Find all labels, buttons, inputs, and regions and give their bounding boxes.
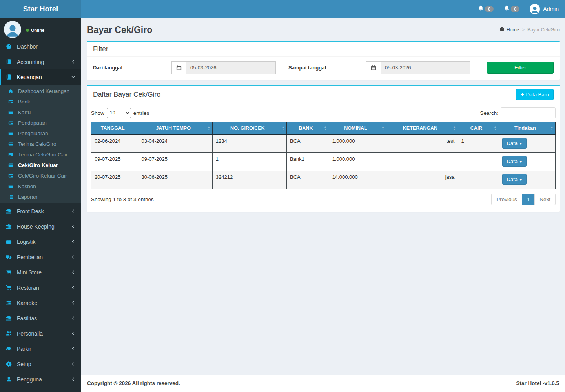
table-box-title: Daftar Bayar Cek/Giro xyxy=(93,91,160,99)
content-wrapper: Bayar Cek/Giro Home > Bayar Cek/Giro Fil… xyxy=(81,18,565,392)
copyright-text: Copyright © 2026 All rights reserved. xyxy=(87,380,180,387)
column-header-cair[interactable]: CAIR▲▼ xyxy=(458,122,499,135)
sidebar-item-label: Keuangan xyxy=(17,74,42,80)
sidebar-item-logistik[interactable]: Logistik xyxy=(0,234,81,249)
column-header-jatuh-tempo[interactable]: JATUH TEMPO▲▼ xyxy=(138,122,212,135)
users-icon xyxy=(6,330,14,336)
home-icon xyxy=(8,89,16,94)
sort-icon: ▲▼ xyxy=(550,126,553,131)
sidebar-item-karaoke[interactable]: Karaoke xyxy=(0,295,81,310)
column-header-nominal[interactable]: NOMINAL▲▼ xyxy=(329,122,386,135)
sidebar-subitem-cek-giro-keluar[interactable]: Cek/Giro Keluar xyxy=(0,160,81,171)
plus-icon: + xyxy=(521,91,524,98)
navbar-right: 0 0 Admin xyxy=(478,4,565,14)
navbar-main: 0 0 Admin xyxy=(81,0,565,18)
sidebar-submenu-keuangan: Dashboard KeuanganBankKartuPendapatanPen… xyxy=(0,85,81,203)
book-icon xyxy=(6,59,14,65)
sidebar-item-label: Mini Store xyxy=(17,269,42,276)
chevron-left-icon xyxy=(71,60,75,64)
sidebar-item-pengguna[interactable]: Pengguna xyxy=(0,372,81,387)
cart-icon xyxy=(6,285,14,290)
breadcrumb: Home > Bayar Cek/Giro xyxy=(499,27,560,33)
sidebar-item-parkir[interactable]: Parkir xyxy=(0,341,81,356)
row-action-button[interactable]: Data ▾ xyxy=(502,174,527,185)
sidebar-subitem-cek-giro-keluar-cair[interactable]: Cek/Giro Keluar Cair xyxy=(0,171,81,181)
book-icon xyxy=(6,74,14,80)
user-name: Admin xyxy=(543,6,559,12)
sidebar-subitem-kasbon[interactable]: Kasbon xyxy=(0,181,81,192)
sidebar-subitem-label: Cek/Giro Keluar xyxy=(18,162,58,168)
list-icon xyxy=(8,194,16,200)
chevron-left-icon xyxy=(71,316,75,320)
table-controls: Show 10 entries Search: xyxy=(87,103,560,122)
sidebar-subitem-label: Dashboard Keuangan xyxy=(18,88,69,94)
sidebar-subitem-terima-cek-giro-cair[interactable]: Terima Cek/Giro Cair xyxy=(0,149,81,160)
user-menu[interactable]: Admin xyxy=(530,4,559,14)
pagination-next[interactable]: Next xyxy=(534,194,556,205)
notifications-bell-1[interactable]: 0 xyxy=(478,5,494,13)
brand-title: Star Hotel xyxy=(23,5,58,13)
cell-jatuh-tempo: 09-07-2025 xyxy=(138,152,212,171)
column-header-bank[interactable]: BANK▲▼ xyxy=(287,122,329,135)
column-header-tanggal: TANGGAL xyxy=(91,122,138,135)
sidebar-item-label: Logistik xyxy=(17,239,35,245)
sidebar-item-accounting[interactable]: Accounting xyxy=(0,54,81,69)
column-header-keterangan[interactable]: KETERANGAN▲▼ xyxy=(386,122,458,135)
notifications-bell-2[interactable]: 0 xyxy=(504,5,519,13)
row-action-button[interactable]: Data ▾ xyxy=(502,138,527,149)
cell-bank: Bank1 xyxy=(287,152,329,171)
sidebar-subitem-kartu[interactable]: Kartu xyxy=(0,107,81,118)
sidebar-toggle[interactable] xyxy=(81,0,100,18)
column-header-tindakan[interactable]: Tindakan▲▼ xyxy=(499,122,555,135)
sidebar-item-house-keeping[interactable]: House Keeping xyxy=(0,219,81,234)
sidebar-item-pembelian[interactable]: Pembelian xyxy=(0,249,81,265)
cell-no-giro-cek: 1234 xyxy=(212,134,286,152)
sort-icon: ▲▼ xyxy=(208,126,210,131)
sidebar-item-dashbor[interactable]: Dashbor xyxy=(0,39,81,54)
filter-button[interactable]: Filter xyxy=(487,62,554,74)
add-data-button[interactable]: + Data Baru xyxy=(516,89,554,100)
cell-cair xyxy=(458,171,499,189)
sidebar-item-restoran[interactable]: Restoran xyxy=(0,280,81,295)
cell-nominal: 1.000.000 xyxy=(329,152,386,171)
sidebar-subitem-laporan[interactable]: Laporan xyxy=(0,192,81,202)
sidebar: Online DashborAccountingKeuanganDashboar… xyxy=(0,18,81,392)
pagination-page-1[interactable]: 1 xyxy=(522,194,535,205)
sidebar-item-label: House Keeping xyxy=(17,223,55,230)
column-header-no-giro-cek[interactable]: NO. GIRO/CEK▲▼ xyxy=(212,122,286,135)
sidebar-item-fasilitas[interactable]: Fasilitas xyxy=(0,310,81,326)
cell-cair: 1 xyxy=(458,134,499,152)
page-title: Bayar Cek/Giro xyxy=(87,25,152,35)
sidebar-item-mini-store[interactable]: Mini Store xyxy=(0,265,81,280)
filter-box: Filter Dari tanggal Sampai tanggal xyxy=(87,41,560,80)
sidebar-subitem-pengeluaran[interactable]: Pengeluaran xyxy=(0,128,81,139)
to-date-input[interactable] xyxy=(381,61,470,74)
entries-select[interactable]: 10 xyxy=(107,108,131,118)
from-date-input[interactable] xyxy=(186,61,276,74)
cell-nominal: 1.000.000 xyxy=(329,134,386,152)
sidebar-item-keuangan[interactable]: Keuangan xyxy=(0,69,81,85)
sidebar-subitem-dashboard-keuangan[interactable]: Dashboard Keuangan xyxy=(0,86,81,96)
chevron-left-icon xyxy=(71,301,75,305)
sort-icon: ▲▼ xyxy=(282,126,284,131)
version-text: Star Hotel -v1.6.5 xyxy=(516,380,559,387)
sidebar-subitem-label: Pengeluaran xyxy=(18,131,48,136)
table-row: 20-07-202530-06-2025324212BCA14.000.000j… xyxy=(91,171,556,189)
sidebar-item-personalia[interactable]: Personalia xyxy=(0,326,81,341)
pagination-previous[interactable]: Previous xyxy=(491,194,522,205)
online-dot-icon xyxy=(26,29,29,32)
sidebar-subitem-terima-cek-giro[interactable]: Terima Cek/Giro xyxy=(0,139,81,149)
breadcrumb-home[interactable]: Home xyxy=(499,27,519,33)
sidebar-subitem-pendapatan[interactable]: Pendapatan xyxy=(0,118,81,128)
sidebar-item-label: Front Desk xyxy=(17,208,44,214)
brand-logo[interactable]: Star Hotel xyxy=(0,0,81,18)
card-icon xyxy=(8,142,16,147)
sidebar-subitem-bank[interactable]: Bank xyxy=(0,96,81,107)
sidebar-item-front-desk[interactable]: Front Desk xyxy=(0,203,81,219)
sidebar-item-setup[interactable]: Setup xyxy=(0,356,81,372)
app-root: Star Hotel 0 0 Admin xyxy=(0,0,565,392)
row-action-button[interactable]: Data ▾ xyxy=(502,156,527,167)
sidebar-item-label: Personalia xyxy=(17,330,43,337)
search-input[interactable] xyxy=(501,107,556,118)
caret-down-icon: ▾ xyxy=(520,178,522,182)
